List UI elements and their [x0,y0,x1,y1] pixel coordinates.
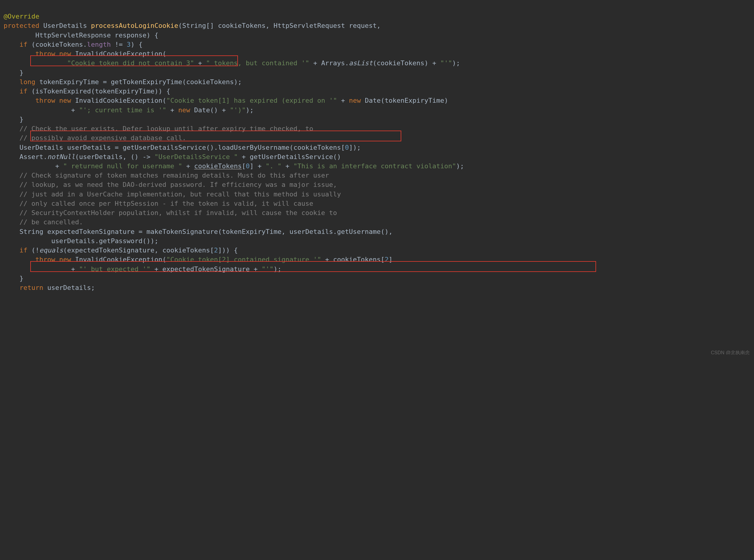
kw-throw: throw [35,50,55,58]
num-2: 2 [214,246,218,254]
getpw: userDetails.getPassword()); [51,237,158,245]
plus: + [337,97,349,104]
num-0: 0 [246,162,250,170]
assert-b: (userDetails, () -> [75,153,154,161]
close-brace: } [19,275,23,282]
code-editor[interactable]: @Override protected UserDetails processA… [0,0,754,355]
brk2a: [ [242,162,246,170]
field-length: length [87,41,111,48]
watermark: CSDN @北执南念 [711,349,750,355]
comment-5: // just add in a UserCache implementatio… [19,191,341,198]
kw-throw: throw [35,256,55,263]
rp: ); [246,106,254,114]
if3a: (! [27,246,39,254]
if-expr-a: (cookieTokens. [27,41,87,48]
str-2: " tokens, but contained '" [206,59,309,67]
brk2b: ] + [250,162,266,170]
plus: + [67,106,79,114]
kw-protected: protected [4,22,39,29]
type-userdetails: UserDetails [19,144,63,151]
return-ud: userDetails; [43,284,95,292]
str-10: "This is an interface contract violation… [293,162,456,170]
num-2: 2 [385,256,389,263]
get-ud-svc: + getUserDetailsService() [238,153,341,161]
str-13: "'" [262,265,274,273]
comment-1: // Check the user exists. Defer lookup u… [19,125,313,132]
str-6: "')" [230,106,246,114]
notNull: notNull [47,153,75,161]
comment-4: // lookup, as we need the DAO-derived pa… [19,181,337,188]
plus: + [194,59,206,67]
token-expiry-line: tokenExpiryTime = getTokenExpiryTime(coo… [35,78,242,86]
new-date-2: Date() + [190,106,230,114]
brk3: ] [389,256,392,263]
asList: asList [349,59,372,67]
num-3: 3 [127,41,131,48]
rp: ); [274,265,282,273]
comment-8: // be cancelled. [19,218,83,226]
plus: + [182,162,194,170]
ctk2: + cookieTokens[ [321,256,385,263]
rp: ); [452,59,460,67]
type-userdetails: UserDetails [43,22,87,29]
assert-a: Assert. [19,153,47,161]
str-7: "UserDetailsService " [154,153,238,161]
kw-return: return [19,284,43,292]
str-9: ". " [266,162,282,170]
params-line2: HttpServletResponse response) { [35,32,158,39]
annotation: @Override [4,13,39,20]
plus: + [51,162,63,170]
invalid-cookie-exception-3: InvalidCookieException( [71,256,166,263]
cookie-tokens: cookieTokens [194,162,242,170]
if-expr2: (isTokenExpired(tokenExpiryTime)) { [27,87,170,95]
kw-throw: throw [35,97,55,104]
num-0: 0 [345,144,349,151]
bracket: ]); [349,144,361,151]
plus: + [282,162,293,170]
invalid-cookie-exception-2: InvalidCookieException( [71,97,166,104]
kw-new: new [59,50,71,58]
kw-if: if [19,41,27,48]
kw-new: new [59,97,71,104]
exp-sig-line1: expectedTokenSignature = makeTokenSignat… [43,228,392,235]
str-1: "Cookie token did not contain 3" [67,59,194,67]
kw-if: if [19,246,27,254]
type-string: String [19,228,43,235]
str-12: "' but expected '" [79,265,151,273]
method-name: processAutoLoginCookie [91,22,178,29]
ud-line: userDetails = getUserDetailsService().lo… [63,144,345,151]
str-3: "'" [440,59,452,67]
equals: equals [39,246,63,254]
if3b: (expectedTokenSignature, cookieTokens[ [63,246,214,254]
kw-new: new [349,97,361,104]
comment-3: // Check signature of token matches rema… [19,172,329,179]
new-date: Date(tokenExpiryTime) [361,97,448,104]
comment-7: // SecurityContextHolder population, whi… [19,209,337,217]
if-expr-c: ) { [131,41,143,48]
close-brace: } [19,116,23,123]
str-4: "Cookie token[1] has expired (expired on… [166,97,337,104]
kw-if: if [19,87,27,95]
str-11: "Cookie token[2] contained signature '" [166,256,321,263]
str-8: " returned null for username " [63,162,182,170]
if3c: ])) { [218,246,238,254]
plus: + [67,265,79,273]
str-5: "'; current time is '" [79,106,166,114]
kw-new: new [178,106,190,114]
if-expr-b: != [111,41,127,48]
exp-sig-plus: + expectedTokenSignature + [151,265,262,273]
close-brace: } [19,69,23,76]
plus: + [166,106,178,114]
kw-long: long [19,78,35,86]
comment-2: // possibly avoid expensive database cal… [19,134,186,142]
comment-6: // only called once per HttpSession - if… [19,200,313,207]
params-line1: (String[] cookieTokens, HttpServletReque… [178,22,381,29]
kw-new: new [59,256,71,263]
arrays-2: (cookieTokens) + [373,59,440,67]
rp: ); [456,162,464,170]
arrays: + Arrays. [309,59,349,67]
invalid-cookie-exception: InvalidCookieException( [71,50,166,58]
